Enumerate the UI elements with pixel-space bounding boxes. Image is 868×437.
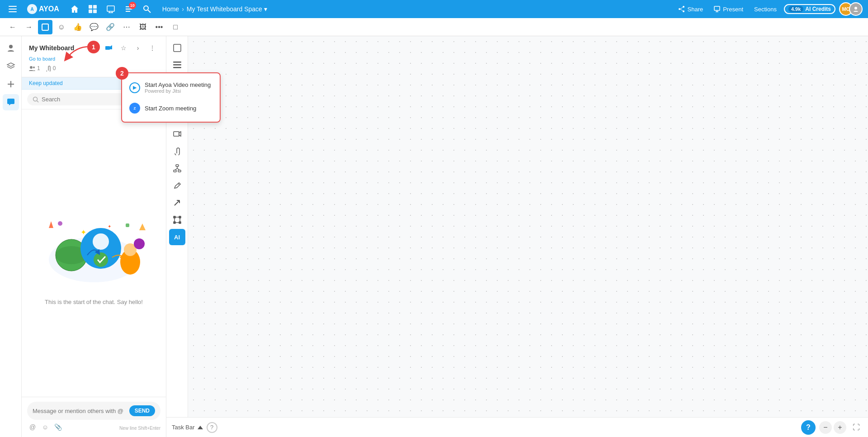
nav-left-section: A AYOA xyxy=(5,1,155,17)
bottom-right: ? − + ⛶ xyxy=(801,420,863,435)
image-toolbar-button[interactable]: 🖼 xyxy=(136,20,150,34)
ayoa-video-subtitle: Powered by Jitsi xyxy=(145,88,211,94)
search-icon xyxy=(33,96,39,103)
format-button[interactable]: ⋯ xyxy=(119,20,134,34)
draw-tool-btn[interactable] xyxy=(169,177,185,194)
svg-point-16 xyxy=(683,10,684,12)
present-button[interactable]: Present xyxy=(710,4,747,14)
breadcrumb-space[interactable]: My Test Whiteboard Space ▾ xyxy=(187,5,267,13)
chat-footer: SEND @ ☺ 📎 New line Shift+Enter xyxy=(22,397,166,437)
svg-rect-71 xyxy=(174,216,175,218)
svg-rect-65 xyxy=(178,170,181,172)
callout-2: 2 xyxy=(116,67,128,80)
taskbar-label[interactable]: Task Bar xyxy=(172,424,203,431)
sidebar-add-icon[interactable] xyxy=(3,76,19,92)
comment-button[interactable]: 💬 xyxy=(87,20,101,34)
video-call-button[interactable] xyxy=(103,42,115,54)
emoji-footer-icon[interactable]: ☺ xyxy=(40,422,51,432)
nav-whiteboard-icon[interactable] xyxy=(103,1,119,17)
frame-tool-btn[interactable] xyxy=(169,212,185,228)
help-main-button[interactable]: ? xyxy=(801,420,816,435)
callout-1: 1 xyxy=(87,41,100,53)
sidebar-layers-icon[interactable] xyxy=(3,58,19,74)
svg-text:A: A xyxy=(30,7,33,12)
svg-line-18 xyxy=(680,7,683,9)
taskbar-text: Task Bar xyxy=(172,424,195,431)
svg-point-40 xyxy=(93,233,109,250)
svg-rect-51 xyxy=(174,44,181,52)
breadcrumb: Home › My Test Whiteboard Space ▾ xyxy=(162,5,671,13)
logo-text: AYOA xyxy=(39,5,59,13)
list-tool-btn[interactable] xyxy=(169,57,185,73)
hamburger-menu-button[interactable] xyxy=(5,2,20,16)
svg-point-25 xyxy=(9,45,13,48)
collapse-panel-button[interactable]: › xyxy=(132,42,144,54)
ai-tool-btn[interactable]: AI xyxy=(169,229,185,245)
taskbar-chevron-icon xyxy=(198,426,203,429)
send-button[interactable]: SEND xyxy=(129,405,155,416)
arrow-tool-btn[interactable] xyxy=(169,195,185,211)
star-button[interactable]: ☆ xyxy=(117,42,130,54)
callout-1-label: 1 xyxy=(92,43,95,51)
attachment-footer-icon[interactable]: 📎 xyxy=(52,422,63,432)
sections-button[interactable]: Sections xyxy=(750,4,780,14)
user-avatars: MC xyxy=(839,2,863,16)
select-tool-btn[interactable] xyxy=(169,40,185,56)
chat-header: 1 My Whiteboard ☆ › ⋮ xyxy=(22,36,166,77)
link-button[interactable]: 🔗 xyxy=(103,20,118,34)
zoom-in-button[interactable]: + xyxy=(834,421,846,434)
thumbsup-button[interactable]: 👍 xyxy=(71,20,85,34)
nav-mindmap-icon[interactable] xyxy=(85,1,101,17)
avatar-2[interactable] xyxy=(849,2,863,16)
nav-right: Share Present Sections 4.9k AI Credits M… xyxy=(675,2,863,16)
svg-line-34 xyxy=(37,100,39,102)
fullscreen-button[interactable]: ⛶ xyxy=(850,421,863,434)
ayoa-video-option[interactable]: ▶ Start Ayoa Video meeting Powered by Ji… xyxy=(122,77,220,98)
emoji-button[interactable]: ☺ xyxy=(54,20,69,34)
nav-search-icon[interactable] xyxy=(139,1,155,17)
chat-illustration: ✦ ✦ xyxy=(35,201,153,291)
svg-point-46 xyxy=(58,221,62,226)
help-circle-button[interactable]: ? xyxy=(207,422,217,433)
attachments-count-label: 0 xyxy=(53,65,56,71)
svg-rect-6 xyxy=(93,5,97,9)
share-button[interactable]: Share xyxy=(675,4,707,14)
breadcrumb-home[interactable]: Home xyxy=(162,5,179,13)
space-dropdown-arrow: ▾ xyxy=(264,5,267,13)
members-count: 1 xyxy=(29,65,40,71)
svg-line-69 xyxy=(178,184,179,185)
svg-rect-53 xyxy=(173,64,181,66)
chat-title: My Whiteboard xyxy=(29,44,74,52)
chat-input-row[interactable]: SEND xyxy=(27,402,160,420)
attachment-tool-btn[interactable] xyxy=(169,143,185,159)
space-name-label: My Test Whiteboard Space xyxy=(187,5,262,13)
svg-point-23 xyxy=(854,7,857,10)
diagram-tool-btn[interactable] xyxy=(169,160,185,176)
go-to-board-link[interactable]: Go to board xyxy=(29,56,159,62)
nav-home-icon[interactable] xyxy=(66,1,83,17)
shape-button[interactable]: □ xyxy=(168,20,183,34)
ayoa-logo[interactable]: A AYOA xyxy=(27,4,59,14)
whiteboard-canvas[interactable] xyxy=(188,36,868,437)
chat-header-actions: ☆ › ⋮ xyxy=(103,42,159,54)
more-options-button[interactable]: ⋮ xyxy=(146,42,159,54)
redo-button[interactable]: → xyxy=(22,20,36,34)
sidebar-chat-icon[interactable] xyxy=(3,94,19,110)
breadcrumb-separator: › xyxy=(182,5,184,13)
svg-point-44 xyxy=(134,238,145,249)
zoom-video-option[interactable]: Z Start Zoom meeting xyxy=(122,98,220,118)
mention-icon[interactable]: @ xyxy=(27,422,38,432)
svg-rect-8 xyxy=(93,10,97,13)
more-button[interactable]: ••• xyxy=(152,20,166,34)
sidebar-user-icon[interactable] xyxy=(3,40,19,56)
undo-button[interactable]: ← xyxy=(5,20,20,34)
select-button[interactable] xyxy=(38,20,52,34)
svg-line-14 xyxy=(148,10,151,13)
svg-rect-1 xyxy=(9,9,17,10)
video-tool-btn[interactable] xyxy=(169,126,185,142)
present-label: Present xyxy=(723,6,743,13)
zoom-out-button[interactable]: − xyxy=(819,421,832,434)
message-input[interactable] xyxy=(33,408,126,414)
ai-credits-badge[interactable]: 4.9k AI Credits xyxy=(784,4,835,14)
nav-tasks-icon[interactable]: 10 xyxy=(121,1,137,17)
